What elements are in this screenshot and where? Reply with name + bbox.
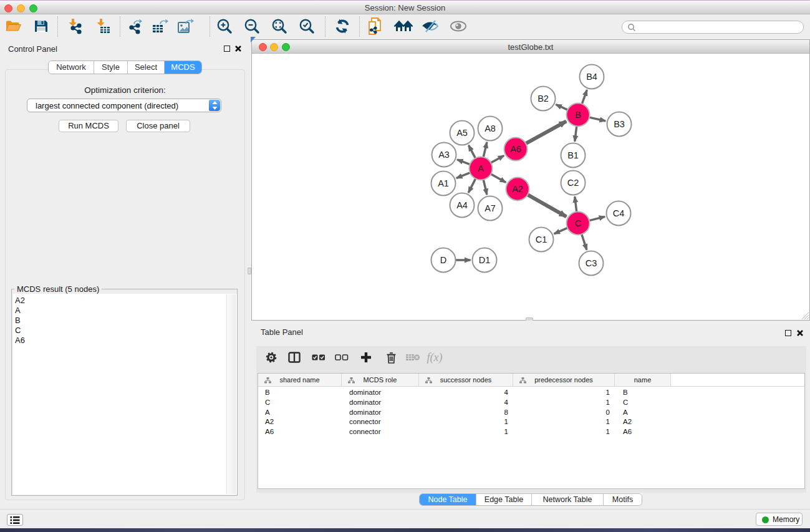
float-panel-icon[interactable] — [224, 46, 230, 52]
graph-node-C1[interactable]: C1 — [529, 228, 554, 252]
table-row[interactable]: A2connector11A2 — [258, 417, 804, 427]
table-close-panel-icon[interactable] — [796, 329, 804, 337]
graph-node-A3[interactable]: A3 — [432, 143, 456, 167]
duplicate-network-icon[interactable] — [365, 16, 386, 37]
close-panel-button[interactable]: Close panel — [126, 120, 190, 132]
open-file-icon[interactable] — [2, 16, 24, 37]
import-network-icon[interactable] — [64, 16, 85, 37]
table-header-row: shared nameMCDS rolesuccessor nodesprede… — [258, 374, 804, 387]
column-header-shared-name[interactable]: shared name — [258, 374, 342, 387]
table-cell: 1 — [419, 427, 508, 437]
graph-node-D1[interactable]: D1 — [473, 248, 497, 273]
table-panel: Table Panel — [252, 321, 810, 509]
tab-mcds[interactable]: MCDS — [165, 61, 201, 74]
table-settings-icon[interactable] — [262, 349, 281, 366]
tab-network[interactable]: Network — [49, 61, 94, 74]
table-cell: A6 — [623, 427, 671, 437]
graph-node-B3[interactable]: B3 — [607, 112, 632, 137]
mcds-result-item[interactable]: B — [13, 316, 237, 326]
column-header-successor-nodes[interactable]: successor nodes — [419, 374, 513, 387]
graph-edge-C-C2 — [575, 196, 577, 211]
export-table-icon[interactable] — [150, 16, 171, 37]
export-image-icon[interactable] — [175, 16, 196, 37]
delete-column-icon[interactable] — [382, 349, 400, 366]
tab-style[interactable]: Style — [94, 61, 128, 74]
function-builder-icon[interactable]: f(x) — [425, 349, 444, 366]
tab-network-table[interactable]: Network Table — [532, 494, 604, 505]
zoom-fit-icon[interactable] — [269, 16, 290, 37]
graph-node-A[interactable]: A — [470, 157, 493, 180]
graph-node-B[interactable]: B — [567, 104, 590, 127]
graph-node-D[interactable]: D — [432, 248, 456, 273]
mcds-result-scrollbar[interactable] — [226, 294, 236, 494]
table-cell: 1 — [513, 398, 610, 408]
graph-node-A7[interactable]: A7 — [478, 196, 503, 221]
memory-button[interactable]: Memory — [756, 513, 803, 526]
mcds-result-list[interactable]: A2ABCA6 — [13, 294, 237, 495]
task-history-button[interactable] — [7, 514, 23, 526]
graph-node-B2[interactable]: B2 — [531, 87, 556, 111]
splitter-handle-vertical[interactable] — [248, 268, 251, 274]
show-all-icon[interactable] — [448, 16, 469, 37]
graph-node-C2[interactable]: C2 — [561, 171, 586, 195]
control-panel: Control Panel NetworkStyleSelectMCDS Opt… — [0, 39, 251, 509]
network-canvas[interactable]: AA1A2A3A4A5A6A7A8BB1B2B3B4CC1C2C3C4DD1 — [252, 54, 809, 320]
first-neighbors-icon[interactable] — [393, 16, 414, 37]
table-row[interactable]: Bdominator41B — [258, 388, 804, 398]
status-bar: Memory — [0, 510, 810, 528]
table-cell: 4 — [419, 398, 508, 408]
tab-motifs[interactable]: Motifs — [604, 494, 642, 505]
graph-node-B1[interactable]: B1 — [561, 143, 586, 168]
resize-grip-icon[interactable] — [801, 312, 809, 320]
import-table-icon[interactable] — [92, 16, 113, 37]
graph-edge-A6-B — [526, 121, 566, 143]
table-row[interactable]: Adominator80A — [258, 408, 804, 418]
graph-node-A1[interactable]: A1 — [432, 172, 456, 196]
graph-node-C3[interactable]: C3 — [579, 251, 604, 276]
show-columns-icon[interactable] — [285, 349, 304, 366]
graph-node-C4[interactable]: C4 — [607, 201, 631, 226]
network-graph: AA1A2A3A4A5A6A7A8BB1B2B3B4CC1C2C3C4DD1 — [252, 54, 809, 320]
search-input[interactable] — [639, 22, 798, 32]
graph-edge-A-A6 — [491, 155, 504, 163]
column-header-predecessor-nodes[interactable]: predecessor nodes — [513, 374, 615, 387]
mcds-result-item[interactable]: C — [13, 326, 237, 336]
graph-node-A2[interactable]: A2 — [506, 178, 529, 201]
graph-node-B4[interactable]: B4 — [580, 65, 604, 89]
run-mcds-button[interactable]: Run MCDS — [59, 120, 118, 132]
mcds-result-item[interactable]: A6 — [13, 336, 237, 346]
graph-node-A6[interactable]: A6 — [504, 138, 528, 161]
graph-node-A8[interactable]: A8 — [478, 117, 503, 141]
table-float-panel-icon[interactable] — [785, 330, 791, 336]
add-column-icon[interactable] — [357, 349, 375, 366]
graph-edge-A2-C — [528, 195, 566, 216]
table-row[interactable]: Cdominator41C — [258, 398, 804, 408]
export-network-icon[interactable] — [125, 16, 147, 37]
graph-node-A5[interactable]: A5 — [450, 121, 475, 145]
zoom-in-icon[interactable] — [214, 16, 235, 37]
table-body: Bdominator41BCdominator41CAdominator80AA… — [258, 388, 804, 437]
zoom-out-icon[interactable] — [241, 16, 263, 37]
mcds-result-item[interactable]: A2 — [13, 296, 237, 306]
graph-node-C[interactable]: C — [567, 212, 590, 235]
select-all-icon[interactable] — [309, 349, 328, 366]
column-header-MCDS-role[interactable]: MCDS role — [342, 374, 419, 387]
table-row[interactable]: A6connector11A6 — [258, 427, 804, 437]
hide-selected-icon[interactable] — [420, 16, 441, 37]
tab-edge-table[interactable]: Edge Table — [476, 494, 532, 505]
mcds-result-item[interactable]: A — [13, 306, 237, 316]
zoom-selected-icon[interactable] — [296, 16, 317, 37]
close-panel-icon[interactable] — [234, 45, 242, 52]
tab-node-table[interactable]: Node Table — [420, 494, 476, 505]
column-header-name[interactable]: name — [615, 374, 671, 387]
delete-table-icon[interactable] — [403, 349, 422, 366]
svg-text:A1: A1 — [438, 178, 449, 188]
graph-node-A4[interactable]: A4 — [450, 193, 475, 218]
graph-edge-B-B2 — [556, 104, 567, 110]
criterion-dropdown[interactable]: largest connected component (directed) — [27, 99, 221, 112]
mcds-result-group: MCDS result (5 nodes) A2ABCA6 — [11, 289, 238, 496]
tab-select[interactable]: Select — [128, 61, 165, 74]
refresh-icon[interactable] — [332, 16, 353, 37]
deselect-all-icon[interactable] — [332, 349, 351, 366]
save-session-icon[interactable] — [31, 16, 52, 37]
